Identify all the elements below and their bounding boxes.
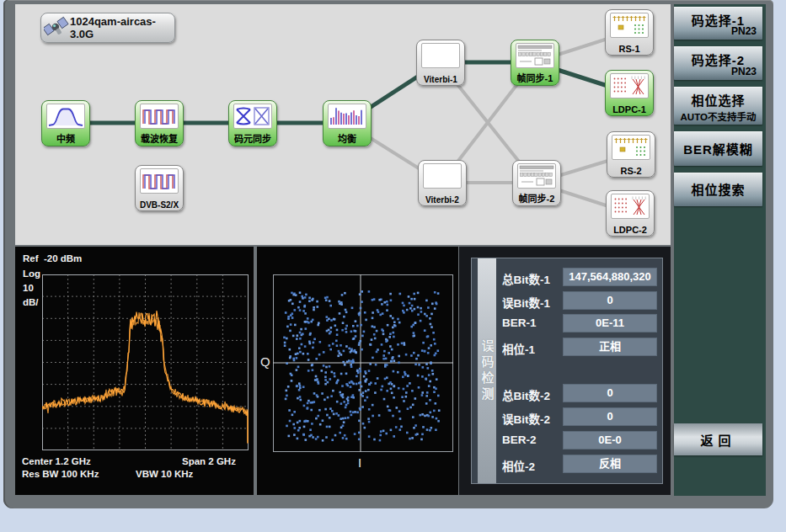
node-viterbi1[interactable]: Viterbi-1 [416,40,465,86]
node-ldpc2[interactable]: LDPC-2 [606,190,655,237]
rs-code-icon [612,135,650,160]
frame-sync-icon [516,43,554,68]
rs-code-icon [610,13,649,38]
i-axis-label: I [358,455,361,470]
node-viterbi2[interactable]: Viterbi-2 [418,160,467,206]
ber-row-value: 0E-0 [563,431,657,450]
ber-row: 相位-1正相 [502,338,659,356]
node-label: Viterbi-1 [417,75,464,84]
node-zhen1[interactable]: 帧同步-1 [511,40,559,86]
ber-row-label: BER-2 [502,434,537,446]
ber-row-label: 误Bit数-1 [502,294,550,311]
ber-row-value: 0E-11 [563,314,657,332]
window-frame: 1024qam-aircas-3.0G 中频载波恢复DVB-S2/X码元同步均衡… [3,0,773,508]
satellite-icon [44,16,69,40]
spectrum-log-label: Log [23,269,40,279]
spectrum-plot [42,274,249,450]
node-label: Viterbi-2 [419,195,466,205]
sidebar-button-4[interactable]: BER解模糊 [674,131,762,166]
eye-diagram-icon [233,104,272,129]
ber-row-value: 0 [563,407,657,426]
node-rs2[interactable]: RS-2 [607,131,655,178]
back-button[interactable]: 返回 [674,423,762,455]
constellation-panel: Q I [257,247,458,495]
ldpc-graph-icon [610,73,649,98]
ber-row: 误Bit数-10 [502,291,659,310]
sidebar-button-label: BER解模糊 [674,140,762,157]
ber-row: 相位-2反相 [502,455,659,473]
trellis-icon [423,163,462,189]
sidebar-button-1[interactable]: 码选择-1PN23 [674,7,762,40]
spectrum-rbw-label: Res BW 100 KHz [22,469,99,479]
spectrum-panel: Ref -20 dBm Log 10 dB/ Center 1.2 GHz Sp… [15,247,254,495]
ber-row-label: BER-1 [502,317,537,329]
ber-row-value: 147,564,880,320 [563,268,657,286]
node-dvb[interactable]: DVB-S2/X [135,165,184,211]
node-label: RS-1 [606,44,653,54]
spectrum-per-div-label: dB/ [23,297,39,307]
spectrum-ref-label: Ref [23,253,39,263]
signal-chain-diagram: 1024qam-aircas-3.0G 中频载波恢复DVB-S2/X码元同步均衡… [15,4,671,245]
spectrum-scale-label: 10 [23,283,34,293]
constellation-plot [273,274,453,452]
ber-row-label: 总Bit数-1 [502,270,550,287]
node-zhen2[interactable]: 帧同步-2 [512,160,561,206]
ber-row: BER-10E-11 [502,314,659,332]
spectrum-center-label: Center 1.2 GHz [22,456,91,466]
signal-select-button[interactable]: 1024qam-aircas-3.0G [40,13,175,43]
node-label: LDPC-2 [607,225,654,235]
node-zhongpin[interactable]: 中频 [41,100,90,146]
sidebar-button-sublabel: PN23 [731,25,757,37]
ber-row-value: 正相 [563,338,657,356]
ber-row: 总Bit数-1147,564,880,320 [502,268,659,286]
carrier-wave-icon [140,104,179,129]
node-rs1[interactable]: RS-1 [605,9,654,56]
node-label: RS-2 [607,166,655,176]
ber-row-label: 相位-2 [502,457,535,474]
ber-panel-container: 误码检测 总Bit数-1147,564,880,320误Bit数-10BER-1… [459,247,671,495]
sidebar: 返回 码选择-1PN23码选择-2PN23相位选择AUTO不支持手动BER解模糊… [674,4,766,496]
spectrum-ref-value: -20 dBm [44,253,82,263]
ber-row: 误Bit数-20 [502,407,659,426]
ber-row: 总Bit数-20 [502,384,659,402]
if-spectrum-icon [46,104,85,129]
spectrum-vbw-label: VBW 10 KHz [136,469,193,479]
node-label: 帧同步-2 [513,191,560,205]
node-zaibo[interactable]: 载波恢复 [135,100,184,146]
sidebar-button-sublabel: AUTO不支持手动 [674,109,762,123]
node-label: 码元同步 [229,131,276,145]
node-label: LDPC-1 [606,104,653,114]
node-ldpc1[interactable]: LDPC-1 [605,70,654,116]
node-label: 载波恢复 [136,131,183,145]
node-label: 帧同步-1 [511,71,559,84]
node-junheng[interactable]: 均衡 [323,100,372,146]
carrier-wave-icon [140,168,179,194]
ber-row-label: 误Bit数-2 [502,410,550,427]
sidebar-button-2[interactable]: 码选择-2PN23 [674,46,762,80]
ber-row-label: 相位-1 [502,340,535,357]
signal-select-label: 1024qam-aircas-3.0G [70,15,174,40]
ber-row-value: 0 [563,384,657,402]
ber-row-label: 总Bit数-2 [502,386,550,403]
ldpc-graph-icon [611,194,650,219]
ber-panel-title: 误码检测 [478,258,496,483]
trellis-icon [421,43,460,68]
frame-sync-icon [517,163,556,189]
sidebar-button-5[interactable]: 相位搜索 [674,173,762,206]
ber-row-value: 0 [563,291,657,310]
sidebar-button-label: 相位搜索 [674,180,762,198]
q-axis-label: Q [260,354,270,369]
sidebar-button-label: 相位选择 [674,91,762,109]
node-mayuan[interactable]: 码元同步 [228,100,277,146]
ber-row: BER-20E-0 [502,431,659,450]
node-label: 中频 [42,131,89,145]
node-label: DVB-S2/X [136,200,183,210]
equalizer-bars-icon [328,104,366,129]
spectrum-span-label: Span 2 GHz [182,456,236,466]
sidebar-button-3[interactable]: 相位选择AUTO不支持手动 [674,87,762,125]
ber-panel: 误码检测 总Bit数-1147,564,880,320误Bit数-10BER-1… [471,258,663,484]
ber-row-value: 反相 [563,455,657,473]
sidebar-button-sublabel: PN23 [731,66,757,77]
node-label: 均衡 [323,131,371,145]
